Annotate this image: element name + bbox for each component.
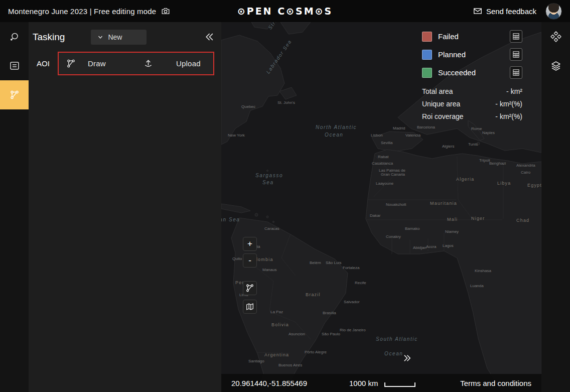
upload-label: Upload (176, 59, 201, 68)
legend-label: Planned (438, 50, 504, 59)
map-scale: 1000 km (349, 379, 415, 387)
legend-rows: Failed Planned (422, 30, 522, 79)
chevron-down-icon (97, 34, 103, 40)
zoom-out-button[interactable]: - (243, 253, 257, 268)
legend-color-swatch (422, 68, 432, 78)
scale-label: 1000 km (349, 379, 378, 387)
map-draw-tool-icon[interactable] (243, 281, 257, 295)
task-list-icon[interactable] (0, 51, 29, 80)
apps-grid-icon[interactable] (541, 22, 570, 51)
map-footer: 20.961440,-51.855469 1000 km Terms and c… (221, 374, 541, 392)
feedback-mail-icon (473, 7, 482, 16)
stat-label: Unique area (422, 100, 460, 108)
status-dropdown-value: New (108, 33, 122, 41)
basemap-style-icon[interactable] (243, 300, 257, 314)
camera-icon[interactable] (161, 7, 170, 16)
stat-label: Total area (422, 87, 453, 95)
legend-label: Failed (438, 32, 504, 41)
tab-aoi[interactable]: AOI (29, 52, 58, 75)
satellite-orbit-icon[interactable] (0, 22, 29, 51)
panel-header: Tasking New (29, 22, 221, 52)
layers-icon[interactable] (541, 51, 570, 80)
tasking-panel: Tasking New AOI (29, 22, 221, 392)
stat-value: - km²(%) (495, 112, 522, 120)
draw-button[interactable]: Draw (59, 53, 136, 74)
left-rail (0, 22, 29, 392)
pass-calculator-button[interactable] (510, 30, 522, 43)
stat-row: Unique area - km²(%) (422, 100, 522, 108)
stat-row: Roi coverage - km²(%) (422, 112, 522, 120)
zoom-controls: + - (243, 237, 257, 268)
legend-row: Planned (422, 48, 522, 61)
panel-title: Tasking (33, 32, 65, 43)
aoi-toolbar-highlight: Draw Upload (58, 52, 214, 75)
stat-row: Total area - km² (422, 87, 522, 95)
legend-color-swatch (422, 32, 432, 42)
send-feedback-link[interactable]: Send feedback (486, 7, 536, 16)
legend-color-swatch (422, 50, 432, 60)
upload-button[interactable]: Upload (136, 53, 213, 74)
panel-body (29, 75, 221, 392)
top-bar: Montenegro June 2023 | Free editing mode… (0, 0, 570, 22)
legend-row: Succeeded (422, 66, 522, 79)
zoom-in-button[interactable]: + (243, 237, 257, 251)
pass-calculator-button[interactable] (510, 48, 522, 61)
stat-value: - km²(%) (495, 100, 522, 108)
legend-row: Failed (422, 30, 522, 43)
legend-overlay: Failed Planned (422, 30, 522, 125)
status-dropdown[interactable]: New (91, 30, 147, 45)
stat-label: Roi coverage (422, 112, 464, 120)
scale-bar (384, 382, 415, 387)
collapse-panel-icon[interactable] (204, 32, 214, 42)
aoi-tab-row: AOI Draw (29, 52, 221, 75)
map-tools (243, 281, 257, 314)
draw-label: Draw (88, 59, 106, 68)
draw-vector-icon (66, 59, 76, 68)
cursor-coordinates: 20.961440,-51.855469 (231, 379, 327, 387)
terms-link[interactable]: Terms and conditions (460, 379, 531, 387)
project-title: Montenegro June 2023 | Free editing mode (8, 7, 156, 16)
legend-stats: Total area - km² Unique area - km²(%) Ro… (422, 87, 522, 120)
right-rail (541, 22, 570, 392)
draw-vector-icon[interactable] (0, 80, 29, 109)
user-avatar[interactable] (545, 3, 562, 20)
legend-label: Succeeded (438, 68, 504, 77)
expand-timeline-icon[interactable] (403, 353, 412, 364)
stat-value: - km² (506, 87, 522, 95)
pass-calculator-button[interactable] (510, 66, 522, 79)
open-cosmos-logo: ⊙PEN C⊙SM⊙S (237, 6, 333, 17)
upload-icon (144, 59, 153, 68)
map-canvas[interactable]: StraitLabrador SeaNorth AtlanticOceanSar… (221, 22, 541, 392)
